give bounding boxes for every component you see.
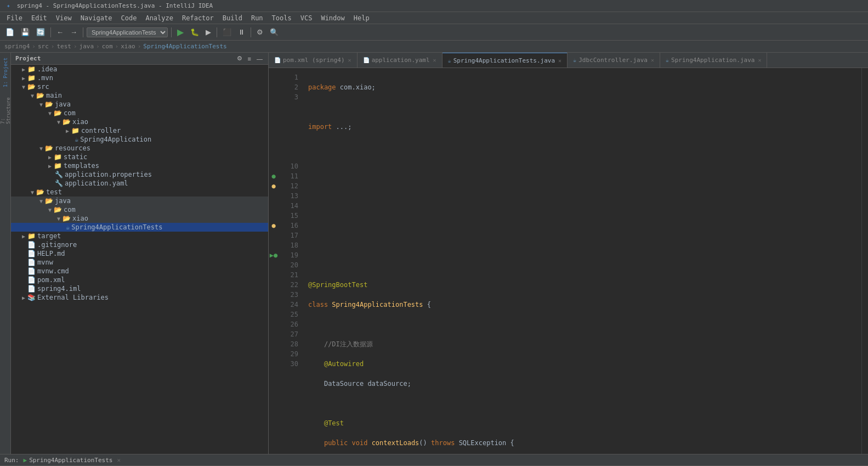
- menu-view[interactable]: View: [52, 13, 76, 23]
- breadcrumb-xiao[interactable]: xiao: [121, 43, 135, 50]
- toolbar-save-btn[interactable]: 💾: [19, 27, 32, 37]
- menu-navigate[interactable]: Navigate: [76, 13, 117, 23]
- tab-yaml[interactable]: 📄 application.yaml ✕: [358, 53, 442, 68]
- tree-item-HELP[interactable]: 📄 HELP.md: [11, 249, 268, 258]
- tree-label-external-libs: External Libraries: [37, 294, 109, 301]
- code-line-15: @Autowired: [308, 359, 855, 369]
- tree-item-app-properties[interactable]: 🔧 application.properties: [11, 170, 268, 179]
- tree-item-templates[interactable]: ▶ 📁 templates: [11, 161, 268, 170]
- tab-jdbc[interactable]: ☕ JdbcController.java ✕: [568, 53, 660, 68]
- breadcrumb-test[interactable]: test: [56, 43, 71, 50]
- tree-item-com[interactable]: ▼ 📂 com: [11, 109, 268, 117]
- tree-item-test-java[interactable]: ▼ 📂 java: [11, 196, 268, 205]
- tree-item-Spring4ApplicationTests[interactable]: ☕ Spring4ApplicationTests: [11, 223, 268, 232]
- tree-item-main[interactable]: ▼ 📂 main: [11, 91, 268, 100]
- toolbar-new-btn[interactable]: 📄: [3, 27, 16, 37]
- code-line-blank-6: [308, 181, 855, 191]
- tree-item-gitignore[interactable]: 📄 .gitignore: [11, 240, 268, 249]
- toolbar-sync-btn[interactable]: 🔄: [34, 27, 47, 37]
- tab-tests[interactable]: ☕ Spring4ApplicationTests.java ✕: [442, 53, 568, 68]
- arrow-resources: ▼: [37, 145, 45, 151]
- tree-label-static: static: [64, 153, 87, 161]
- code-line-blank-10: [308, 260, 855, 270]
- sidebar-hide-btn[interactable]: —: [256, 55, 264, 62]
- toolbar-back-btn[interactable]: ←: [54, 27, 66, 37]
- breadcrumb-com[interactable]: com: [102, 43, 113, 50]
- tab-app[interactable]: ☕ Spring4Application.java ✕: [660, 53, 767, 68]
- toolbar-pause-btn[interactable]: ⏸: [236, 27, 247, 37]
- tree-item-resources[interactable]: ▼ 📂 resources: [11, 144, 268, 153]
- tree-item-pom[interactable]: 📄 pom.xml: [11, 276, 268, 284]
- tree-label-xiao: xiao: [72, 118, 88, 126]
- arrow-mvn: ▶: [20, 75, 27, 81]
- tree-item-controller[interactable]: ▶ 📁 controller: [11, 126, 268, 135]
- run-tab-close[interactable]: ✕: [117, 457, 121, 464]
- xml-icon-pom: 📄: [27, 276, 36, 284]
- tree-label-resources: resources: [55, 144, 90, 152]
- tab-pom-close[interactable]: ✕: [348, 57, 351, 63]
- tree-item-test-com[interactable]: ▼ 📂 com: [11, 205, 268, 214]
- tree-item-xiao[interactable]: ▼ 📂 xiao: [11, 117, 268, 126]
- tree-item-java-main[interactable]: ▼ 📂 java: [11, 100, 268, 109]
- breadcrumb-spring4[interactable]: spring4: [4, 43, 30, 50]
- toolbar-forward-btn[interactable]: →: [68, 27, 80, 37]
- tree-item-test-xiao[interactable]: ▼ 📂 xiao: [11, 214, 268, 223]
- tree-label-spring4-iml: spring4.iml: [37, 285, 81, 293]
- menu-tools[interactable]: Tools: [268, 13, 296, 23]
- breadcrumb-java[interactable]: java: [80, 43, 94, 50]
- menu-vcs[interactable]: VCS: [296, 13, 317, 23]
- menu-file[interactable]: File: [2, 13, 27, 23]
- tree-label-HELP: HELP.md: [37, 250, 65, 257]
- tab-tests-close[interactable]: ✕: [558, 58, 561, 64]
- arrow-test-java: ▼: [37, 198, 45, 204]
- tree-item-external-libs[interactable]: ▶ 📚 External Libraries: [11, 293, 268, 302]
- menu-window[interactable]: Window: [316, 13, 349, 23]
- tree-item-src[interactable]: ▼ 📂 src: [11, 82, 268, 91]
- tree-item-test[interactable]: ▼ 📂 test: [11, 188, 268, 196]
- toolbar-settings-btn[interactable]: ⚙: [254, 27, 265, 37]
- tree-item-idea[interactable]: ▶ 📁 .idea: [11, 65, 268, 74]
- structure-tab[interactable]: 7: Structure: [1, 91, 10, 124]
- sidebar-gear-btn[interactable]: ⚙: [236, 55, 243, 62]
- project-tab[interactable]: 1: Project: [1, 56, 10, 89]
- tree-item-mvn[interactable]: ▶ 📁 .mvn: [11, 74, 268, 82]
- toolbar-run-btn[interactable]: ▶: [175, 26, 186, 38]
- tree-item-Spring4Application[interactable]: ☕ Spring4Application: [11, 135, 268, 144]
- tab-yaml-close[interactable]: ✕: [433, 57, 436, 63]
- editor-scrollbar[interactable]: [861, 68, 868, 454]
- menu-analyze[interactable]: Analyze: [141, 13, 178, 23]
- tab-app-close[interactable]: ✕: [758, 57, 761, 63]
- tree-item-spring4-iml[interactable]: 📄 spring4.iml: [11, 284, 268, 293]
- menu-build[interactable]: Build: [218, 13, 247, 23]
- code-content[interactable]: package com.xiao; import ...; @SpringBoo…: [302, 68, 861, 454]
- run-config-dropdown[interactable]: Spring4ApplicationTests: [87, 27, 168, 37]
- toolbar-debug-btn[interactable]: 🐛: [188, 27, 201, 37]
- menu-help[interactable]: Help: [349, 13, 374, 23]
- yaml-tab-icon: 📄: [363, 57, 370, 63]
- tab-jdbc-close[interactable]: ✕: [651, 57, 654, 63]
- menu-run[interactable]: Run: [247, 13, 268, 23]
- breadcrumb-src[interactable]: src: [38, 43, 49, 50]
- tab-pom[interactable]: 📄 pom.xml (spring4) ✕: [269, 53, 358, 68]
- menu-edit[interactable]: Edit: [27, 13, 52, 23]
- arrow-java-main: ▼: [37, 102, 45, 108]
- tab-app-label: Spring4Application.java: [671, 57, 754, 64]
- tree-label-mvn: .mvn: [37, 74, 53, 82]
- run-label: Run:: [4, 457, 19, 464]
- toolbar-run-coverage-btn[interactable]: ▶: [203, 27, 213, 37]
- tree-label-mvnw-cmd: mvnw.cmd: [37, 267, 69, 275]
- breadcrumb-tests-file[interactable]: Spring4ApplicationTests: [143, 43, 226, 50]
- code-line-blank-7: [308, 201, 855, 211]
- toolbar-search-btn[interactable]: 🔍: [268, 27, 281, 37]
- tree-item-mvnw-cmd[interactable]: 📄 mvnw.cmd: [11, 267, 268, 276]
- tree-item-app-yaml[interactable]: 🔧 application.yaml: [11, 179, 268, 188]
- tree-item-static[interactable]: ▶ 📁 static: [11, 153, 268, 161]
- sidebar-collapse-btn[interactable]: ≡: [247, 55, 252, 62]
- run-tab-tests[interactable]: ▶ Spring4ApplicationTests ✕: [24, 457, 121, 464]
- tree-item-mvnw[interactable]: 📄 mvnw: [11, 258, 268, 267]
- run-tab-icon: ▶: [24, 457, 27, 464]
- tree-item-target[interactable]: ▶ 📁 target: [11, 232, 268, 240]
- menu-refactor[interactable]: Refactor: [178, 13, 218, 23]
- toolbar-stop-btn[interactable]: ⬛: [220, 27, 234, 37]
- menu-code[interactable]: Code: [117, 13, 141, 23]
